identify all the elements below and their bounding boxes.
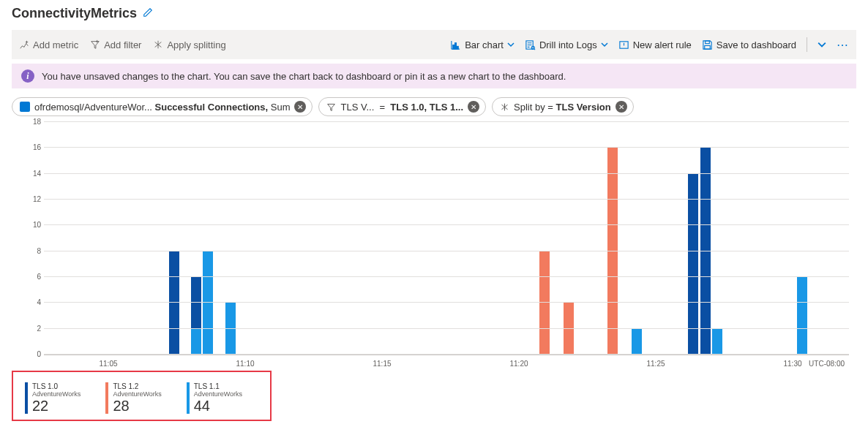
x-tick: 11:15 bbox=[373, 360, 391, 368]
bar[interactable] bbox=[564, 303, 574, 355]
timezone-label: UTC-08:00 bbox=[809, 360, 845, 368]
legend-item[interactable]: TLS 1.0AdventureWorks22 bbox=[22, 381, 102, 415]
y-tick: 12 bbox=[33, 195, 41, 203]
y-tick: 0 bbox=[37, 350, 41, 358]
legend-item[interactable]: TLS 1.2AdventureWorks28 bbox=[102, 381, 183, 415]
split-icon bbox=[500, 102, 509, 112]
bar[interactable] bbox=[607, 148, 618, 355]
y-tick: 18 bbox=[33, 118, 41, 126]
y-tick: 8 bbox=[37, 247, 41, 255]
page-title: ConnectivityMetrics bbox=[12, 6, 137, 21]
save-dashboard-button[interactable]: Save to dashboard bbox=[702, 39, 796, 50]
close-icon[interactable]: ✕ bbox=[468, 101, 479, 113]
y-tick: 16 bbox=[33, 143, 41, 151]
close-icon[interactable]: ✕ bbox=[294, 101, 306, 113]
metric-pill[interactable]: ofrdemosql/AdventureWor... Successful Co… bbox=[12, 97, 313, 116]
x-tick: 11:05 bbox=[99, 360, 117, 368]
x-tick: 11:30 bbox=[783, 360, 801, 368]
info-icon: i bbox=[21, 69, 34, 83]
y-tick: 4 bbox=[37, 298, 41, 306]
svg-rect-1 bbox=[455, 42, 457, 48]
legend-item[interactable]: TLS 1.1AdventureWorks44 bbox=[184, 381, 264, 415]
add-metric-button[interactable]: Add metric bbox=[19, 39, 78, 50]
svg-rect-2 bbox=[457, 46, 459, 49]
svg-rect-0 bbox=[453, 45, 454, 49]
x-tick: 11:20 bbox=[509, 360, 528, 368]
filter-icon bbox=[326, 102, 336, 112]
y-tick: 10 bbox=[33, 221, 41, 229]
resource-icon bbox=[20, 102, 30, 112]
edit-icon[interactable] bbox=[143, 7, 153, 20]
add-filter-button[interactable]: Add filter bbox=[90, 39, 141, 50]
toolbar: Add metric Add filter Apply splitting Ba… bbox=[12, 30, 856, 59]
bar[interactable] bbox=[712, 329, 722, 355]
svg-rect-7 bbox=[705, 45, 711, 49]
bar[interactable] bbox=[700, 148, 711, 355]
apply-splitting-button[interactable]: Apply splitting bbox=[153, 39, 225, 50]
chevron-down-icon bbox=[601, 41, 608, 48]
x-tick: 11:10 bbox=[236, 360, 254, 368]
chart: UTC-08:0011:0511:1011:1511:2011:2511:30 … bbox=[26, 122, 856, 371]
y-tick: 2 bbox=[37, 325, 41, 333]
x-tick: 11:25 bbox=[646, 360, 665, 368]
close-icon[interactable]: ✕ bbox=[616, 101, 627, 113]
bar[interactable] bbox=[797, 277, 807, 355]
more-icon[interactable]: ⋯ bbox=[837, 38, 849, 52]
legend-highlight: TLS 1.0AdventureWorks22TLS 1.2AdventureW… bbox=[12, 371, 272, 421]
bar[interactable] bbox=[225, 303, 236, 355]
svg-rect-6 bbox=[706, 40, 710, 43]
drill-logs-button[interactable]: Drill into Logs bbox=[525, 39, 608, 50]
info-banner: i You have unsaved changes to the chart.… bbox=[12, 64, 856, 88]
chart-type-dropdown[interactable]: Bar chart bbox=[450, 39, 515, 50]
y-tick: 14 bbox=[33, 170, 41, 178]
bar[interactable] bbox=[191, 329, 201, 355]
y-tick: 6 bbox=[37, 273, 41, 281]
split-pill[interactable]: Split by = TLS Version ✕ bbox=[492, 97, 634, 116]
chevron-down-icon bbox=[507, 41, 515, 48]
new-alert-button[interactable]: New alert rule bbox=[618, 39, 692, 50]
chevron-down-icon[interactable] bbox=[818, 40, 826, 49]
bar[interactable] bbox=[632, 329, 642, 355]
filter-pill[interactable]: TLS V... = TLS 1.0, TLS 1... ✕ bbox=[318, 97, 486, 116]
